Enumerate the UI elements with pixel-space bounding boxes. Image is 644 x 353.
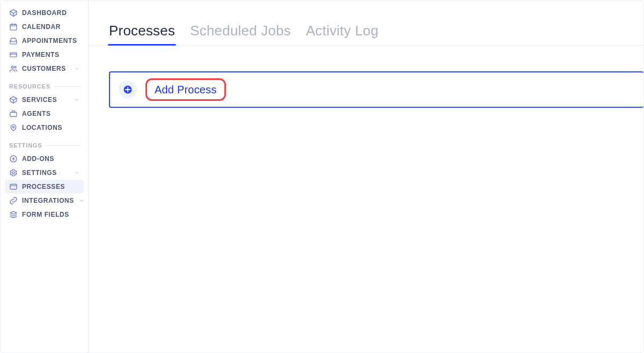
cube-icon	[9, 9, 18, 17]
package-icon	[9, 95, 18, 104]
sidebar-item-label: LOCATIONS	[22, 124, 62, 131]
tab-content: Add Process	[89, 46, 643, 108]
sidebar-item-payments[interactable]: PAYMENTS	[5, 48, 84, 62]
sidebar-item-locations[interactable]: LOCATIONS	[5, 121, 84, 135]
sidebar-item-label: INTEGRATIONS	[22, 197, 74, 204]
card-icon	[9, 50, 18, 59]
sidebar-group-resources: RESOURCES SERVICES AGENTS	[5, 80, 84, 135]
sidebar-item-dashboard[interactable]: DASHBOARD	[5, 6, 84, 20]
sidebar-item-services[interactable]: SERVICES	[5, 93, 84, 107]
sidebar: DASHBOARD CALENDAR APPOINTMENTS PAYMENTS	[1, 1, 89, 352]
sidebar-item-settings[interactable]: SETTINGS	[5, 166, 84, 180]
sidebar-item-addons[interactable]: ADD-ONS	[5, 152, 84, 166]
tab-processes[interactable]: Processes	[109, 24, 175, 45]
sidebar-item-label: CUSTOMERS	[22, 65, 66, 72]
sidebar-item-calendar[interactable]: CALENDAR	[5, 20, 84, 34]
sidebar-item-label: SETTINGS	[22, 169, 57, 176]
chevron-down-icon	[78, 197, 85, 204]
sidebar-group-title: SETTINGS	[9, 142, 42, 149]
users-icon	[9, 64, 18, 73]
gear-icon	[9, 168, 18, 177]
svg-point-7	[12, 172, 14, 174]
sidebar-item-processes[interactable]: PROCESSES	[5, 180, 84, 194]
chevron-down-icon	[73, 96, 80, 104]
add-process-button[interactable]: Add Process	[145, 78, 226, 101]
plus-circle-icon	[119, 80, 137, 99]
sidebar-item-label: AGENTS	[22, 110, 51, 117]
sidebar-item-agents[interactable]: AGENTS	[5, 107, 84, 121]
chevron-down-icon	[73, 169, 80, 176]
link-icon	[9, 196, 18, 205]
svg-rect-8	[10, 184, 17, 189]
sidebar-item-label: FORM FIELDS	[22, 211, 69, 218]
sidebar-item-label: APPOINTMENTS	[22, 37, 77, 45]
sidebar-group-header: RESOURCES	[5, 80, 84, 93]
chevron-down-icon	[73, 65, 80, 72]
sidebar-item-integrations[interactable]: INTEGRATIONS	[5, 194, 84, 208]
window-icon	[9, 182, 18, 191]
sidebar-group-title: RESOURCES	[9, 83, 50, 90]
tabs: Processes Scheduled Jobs Activity Log	[89, 16, 643, 46]
sidebar-item-label: PROCESSES	[22, 183, 65, 190]
svg-rect-4	[10, 112, 17, 116]
plus-circle-icon	[9, 155, 18, 163]
briefcase-icon	[9, 109, 18, 118]
add-process-card[interactable]: Add Process	[109, 71, 643, 108]
sidebar-item-label: ADD-ONS	[22, 155, 54, 163]
svg-point-5	[12, 126, 14, 128]
divider	[46, 145, 80, 146]
inbox-icon	[9, 36, 18, 45]
sidebar-group-header: SETTINGS	[5, 139, 84, 152]
sidebar-item-label: CALENDAR	[22, 23, 61, 31]
sidebar-item-customers[interactable]: CUSTOMERS	[5, 62, 84, 76]
svg-point-2	[11, 66, 13, 68]
sidebar-primary-group: DASHBOARD CALENDAR APPOINTMENTS PAYMENTS	[5, 6, 84, 76]
divider	[55, 86, 80, 87]
svg-rect-0	[10, 24, 17, 30]
tab-activity-log[interactable]: Activity Log	[306, 24, 378, 45]
app-root: DASHBOARD CALENDAR APPOINTMENTS PAYMENTS	[0, 0, 644, 353]
add-process-label: Add Process	[155, 84, 217, 96]
svg-rect-1	[10, 53, 17, 57]
main-panel: Processes Scheduled Jobs Activity Log Ad…	[89, 1, 643, 352]
sidebar-item-form-fields[interactable]: FORM FIELDS	[5, 208, 84, 222]
sidebar-item-label: PAYMENTS	[22, 51, 59, 58]
svg-point-3	[14, 67, 16, 68]
calendar-icon	[9, 23, 18, 31]
sidebar-item-appointments[interactable]: APPOINTMENTS	[5, 34, 84, 48]
sidebar-item-label: SERVICES	[22, 96, 57, 104]
sidebar-group-settings: SETTINGS ADD-ONS SETTINGS	[5, 139, 84, 222]
sidebar-item-label: DASHBOARD	[22, 9, 67, 17]
stack-icon	[9, 210, 18, 219]
tab-scheduled-jobs[interactable]: Scheduled Jobs	[190, 24, 291, 45]
pin-icon	[9, 123, 18, 132]
